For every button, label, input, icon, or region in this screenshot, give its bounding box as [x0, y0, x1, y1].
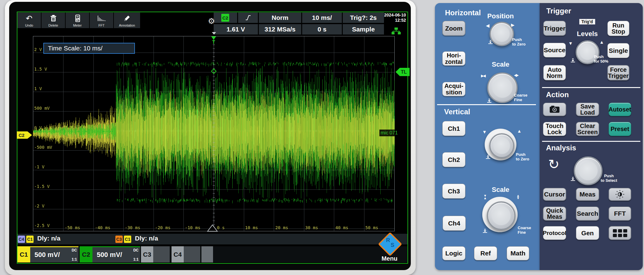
camera-icon — [549, 105, 560, 113]
v-scale-knob[interactable] — [487, 201, 516, 230]
channel-1-settings[interactable]: 500 mV/ DC 1:1 — [30, 246, 78, 262]
horizontal-position-indicator-icon — [212, 32, 216, 35]
voltage-label: 500 mV — [34, 106, 50, 110]
settings-gear-icon[interactable]: ⚙ — [208, 16, 215, 26]
horizontal-position-cell[interactable]: 0 s — [302, 24, 342, 35]
voltage-label: 0 V — [34, 126, 42, 130]
annotation-button[interactable]: Annotation — [114, 13, 140, 28]
apps-button[interactable] — [609, 226, 631, 240]
v-scale-collapse-icon: ▼▲ — [483, 194, 487, 199]
meas-button[interactable]: Meas — [576, 188, 599, 201]
meas1-value[interactable]: Dly: n/a — [37, 235, 60, 242]
waveform-annotation[interactable]: mic 071 — [379, 130, 399, 136]
intensity-button[interactable] — [609, 188, 631, 201]
channel-3-badge[interactable]: C3 — [141, 246, 153, 262]
menu-button[interactable]: R S Menu — [378, 234, 401, 263]
time-label: 10 ms — [245, 226, 258, 230]
h-scale-label: Scale — [487, 61, 514, 68]
v-position-down-arrow-icon: ▼ — [482, 130, 487, 134]
trigger-time-marker-icon[interactable] — [207, 224, 218, 232]
horizontal-section-title: Horizontal — [445, 9, 481, 17]
push-icon — [485, 154, 491, 159]
fft-icon — [97, 13, 106, 24]
time-label: -20 ms — [155, 226, 171, 230]
voltage-label: 1.5 V — [34, 67, 47, 71]
ch2-button[interactable]: Ch2 — [442, 152, 465, 167]
search-button[interactable]: Search — [576, 207, 599, 221]
extra-slot-stub[interactable] — [201, 246, 213, 262]
fft-button[interactable]: FFT — [90, 13, 113, 28]
source-button[interactable]: Source — [543, 43, 566, 57]
acquisition-mode-cell[interactable]: Sample — [343, 24, 384, 35]
protocol-button[interactable]: Protocol — [543, 226, 566, 240]
push-icon — [570, 57, 576, 63]
trigger-button[interactable]: Trigger — [543, 21, 566, 36]
trigger-level-cell[interactable]: 1.61 V — [214, 24, 258, 35]
channel-2-badge[interactable]: C2 — [80, 246, 92, 262]
trigger-mode-cell[interactable]: Norm — [259, 13, 301, 23]
cursor-button[interactable]: Cursor — [543, 188, 566, 201]
channel-1-probe: 1:1 — [72, 258, 77, 261]
trigger-position-marker[interactable]: T — [210, 36, 218, 44]
channel-1-badge[interactable]: C1 — [17, 246, 30, 262]
logic-button[interactable]: Logic — [442, 246, 465, 260]
ch4-button[interactable]: Ch4 — [443, 216, 466, 231]
voltage-label: -2.5 V — [34, 223, 50, 228]
math-button[interactable]: Math — [507, 246, 529, 260]
quick-meas-button[interactable]: Quick Meas — [543, 207, 566, 221]
channel-3-settings[interactable] — [153, 246, 170, 262]
touch-lock-button[interactable]: Touch Lock — [543, 122, 566, 136]
undo-button[interactable]: ↶ Undo — [17, 13, 41, 28]
clear-screen-button[interactable]: Clear Screen — [576, 122, 599, 136]
save-load-button[interactable]: Save Load — [576, 103, 599, 116]
delete-button[interactable]: Delete — [42, 13, 65, 28]
v-position-knob[interactable] — [489, 133, 514, 158]
time-label: 40 ms — [335, 226, 348, 230]
acquisition-button[interactable]: Acqui- sition — [442, 82, 465, 96]
datetime-display: 2024-06-10 12:52 — [383, 13, 406, 23]
trigger-status-cell[interactable]: Trig?: 2s — [343, 13, 384, 23]
gen-button[interactable]: Gen — [576, 226, 599, 240]
ref-button[interactable]: Ref — [474, 246, 497, 260]
autoset-button[interactable]: Autoset — [609, 103, 631, 116]
channel-4-badge[interactable]: C4 — [172, 246, 184, 262]
vertical-section-title: Vertical — [444, 108, 470, 116]
undo-icon: ↶ — [26, 13, 33, 24]
v-scale-label: Scale — [487, 186, 514, 194]
single-button[interactable]: Single — [607, 43, 629, 58]
preset-button[interactable]: Preset — [609, 122, 631, 136]
delete-icon — [49, 13, 57, 24]
section-divider — [542, 141, 640, 142]
ch1-button[interactable]: Ch1 — [442, 121, 465, 136]
ch3-button[interactable]: Ch3 — [442, 184, 465, 199]
h-push-to-zero-label: Push to Zero — [512, 37, 526, 46]
channel-4-settings[interactable] — [184, 246, 200, 262]
h-scale-collapse-icon: ▶◀ — [481, 74, 485, 78]
h-position-knob[interactable] — [490, 22, 514, 46]
timebase-cell[interactable]: 10 ms/ — [302, 13, 342, 23]
levels-down-arrow-icon: ▼ — [568, 41, 573, 46]
sample-rate-cell[interactable]: 312 MSa/s — [259, 24, 301, 35]
force-trigger-button[interactable]: Force Trigger — [607, 65, 629, 80]
channel-2-probe: 1:1 — [133, 258, 139, 261]
time-text: 12:52 — [383, 18, 406, 23]
time-label: -30 ms — [125, 226, 140, 230]
channel-2-settings[interactable]: 500 mV/ DC 1:1 — [92, 246, 140, 262]
run-stop-button[interactable]: Run Stop — [607, 21, 629, 36]
meter-button[interactable]: Meter — [66, 13, 89, 28]
section-divider — [437, 104, 536, 105]
fft-panel-button[interactable]: FFT — [609, 207, 631, 221]
navigation-knob[interactable] — [574, 156, 602, 185]
time-label: 50 ms — [365, 226, 378, 230]
trigger-slope-cell[interactable] — [238, 13, 258, 23]
meas2-value[interactable]: Dly: n/a — [135, 235, 158, 242]
meas1-ref-badge: C1 — [26, 236, 34, 243]
screenshot-button[interactable] — [543, 103, 566, 116]
auto-norm-button[interactable]: Auto Norm — [543, 65, 566, 80]
trigger-source-badge: C2 — [221, 14, 229, 22]
horizontal-button[interactable]: Hori- zontal — [442, 51, 465, 66]
time-label: -10 ms — [185, 226, 201, 230]
time-label: 30 ms — [305, 226, 318, 230]
zoom-button[interactable]: Zoom — [442, 21, 465, 36]
annotation-icon — [123, 13, 131, 24]
